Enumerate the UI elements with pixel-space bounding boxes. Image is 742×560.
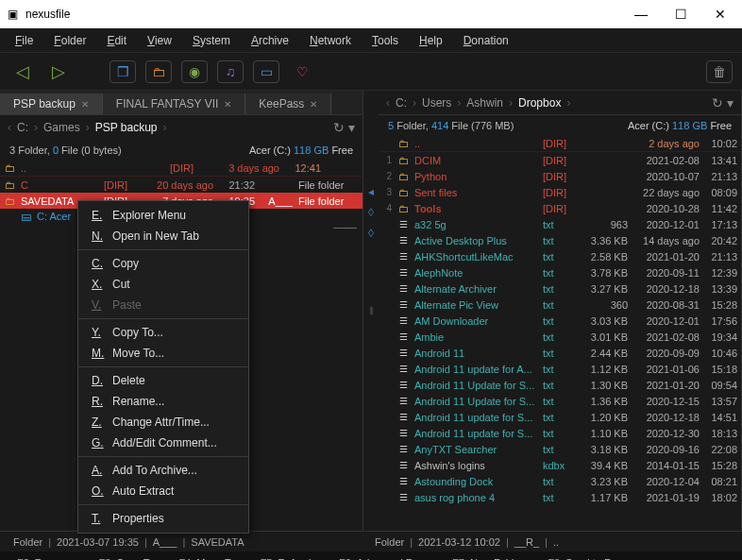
table-row[interactable]: ☰AlephNotetxt3.78 KB2020-09-1112:39: [379, 264, 741, 280]
close-tab-icon[interactable]: ✕: [224, 99, 231, 110]
menu-system[interactable]: System: [185, 32, 238, 49]
bars-icon[interactable]: ⦀: [369, 304, 374, 317]
refresh-icon[interactable]: ↻: [712, 95, 723, 110]
table-row[interactable]: 🗀C[DIR]20 days ago21:32File folder: [0, 177, 363, 193]
folder-icon-btn[interactable]: 🗀: [145, 60, 172, 83]
table-row[interactable]: 🗀..[DIR]2 days ago10:02: [379, 136, 741, 152]
menu-archive[interactable]: Archive: [244, 32, 296, 49]
sync-both-icon[interactable]: ◊: [368, 206, 374, 219]
file-icon: ☰: [396, 412, 411, 422]
folder-icon: 🗀: [2, 179, 17, 191]
folder-icon: 🗀: [2, 195, 17, 207]
ctx-copy-to-[interactable]: Y.Copy To...: [78, 322, 248, 343]
menu-edit[interactable]: Edit: [99, 32, 134, 49]
file-icon: ☰: [396, 444, 411, 454]
menu-donation[interactable]: Donation: [456, 32, 516, 49]
table-row[interactable]: ☰Alternate Pic Viewtxt3602020-08-3115:28: [379, 297, 741, 313]
file-icon: ☰: [396, 492, 411, 502]
table-row[interactable]: 2🗀Python[DIR]2020-10-0721:13: [379, 168, 741, 184]
table-row[interactable]: 1🗀DCIM[DIR]2021-02-0813:41: [379, 152, 741, 168]
tab-psp-backup[interactable]: PSP backup✕: [0, 93, 103, 114]
menu-tools[interactable]: Tools: [364, 32, 406, 49]
close-button[interactable]: ✕: [706, 7, 734, 22]
crumb-segment[interactable]: Dropbox: [514, 96, 565, 110]
back-button[interactable]: ◁: [9, 60, 36, 83]
folder-icon: 🗀: [396, 155, 411, 166]
crumb-segment[interactable]: Users: [418, 96, 455, 110]
desktop-icon[interactable]: ❐: [110, 60, 136, 83]
table-row[interactable]: ☰Android 11 Update for S...txt1.30 KB202…: [379, 377, 741, 393]
heart-icon[interactable]: ♡: [289, 60, 315, 83]
dropdown-icon[interactable]: ▾: [348, 120, 355, 135]
file-count: 414: [431, 120, 448, 131]
left-breadcrumb[interactable]: ‹C:›Games›PSP backup› ↻▾: [0, 115, 363, 140]
middle-column: ◂ ◊ ◊ ⦀: [363, 91, 379, 531]
menu-view[interactable]: View: [140, 32, 179, 49]
ctx-add-to-archive-[interactable]: A.Add To Archive...: [78, 460, 248, 481]
file-icon: ☰: [396, 364, 411, 374]
table-row[interactable]: ☰Android 11 Update for S...txt1.36 KB202…: [379, 393, 741, 409]
camera-icon[interactable]: ◉: [181, 60, 208, 83]
menu-network[interactable]: Network: [302, 32, 359, 49]
table-row[interactable]: 4🗀Tools[DIR]2020-10-2811:42: [379, 200, 741, 216]
trash-icon[interactable]: 🗑: [706, 60, 733, 83]
crumb-segment[interactable]: Games: [40, 121, 84, 134]
crumb-segment[interactable]: PSP backup: [92, 121, 161, 134]
ctx-open-in-new-tab[interactable]: N.Open in New Tab: [78, 226, 248, 246]
file-icon: ☰: [396, 251, 411, 262]
drive-icon: 🖴: [21, 211, 31, 222]
ctx-properties[interactable]: T.Properties: [78, 508, 248, 529]
menu-file[interactable]: File: [8, 32, 41, 49]
file-icon: ☰: [396, 315, 411, 326]
tab-keepass[interactable]: KeePass✕: [245, 93, 331, 114]
sync-right-icon[interactable]: ◊: [368, 227, 374, 240]
close-tab-icon[interactable]: ✕: [81, 99, 89, 110]
table-row[interactable]: ☰Android 11 update for A...txt1.12 KB202…: [379, 361, 741, 377]
table-row[interactable]: ☰Active Desktop Plustxt3.36 KB14 days ag…: [379, 232, 741, 248]
ctx-delete[interactable]: D.Delete: [78, 370, 248, 391]
maximize-button[interactable]: ☐: [666, 7, 695, 22]
table-row[interactable]: ☰Astounding Docktxt3.23 KB2020-12-0408:2…: [379, 473, 741, 489]
close-tab-icon[interactable]: ✕: [310, 99, 317, 110]
file-icon: ☰: [396, 283, 411, 294]
window-icon[interactable]: ▭: [253, 60, 279, 83]
ctx-auto-extract[interactable]: O.Auto Extract: [78, 481, 248, 501]
table-row[interactable]: ☰a32 5gtxt9632020-12-0117:13: [379, 216, 741, 232]
table-row[interactable]: ☰Ashwin's loginskdbx39.4 KB2014-01-1515:…: [379, 457, 741, 473]
file-icon: ☰: [396, 219, 411, 229]
table-row[interactable]: ☰Alternate Archivertxt3.27 KB2020-12-181…: [379, 280, 741, 297]
minimize-button[interactable]: —: [627, 7, 655, 22]
ctx-cut[interactable]: X.Cut: [78, 274, 248, 295]
dropdown-icon[interactable]: ▾: [727, 95, 734, 110]
table-row[interactable]: ☰AHKShortcutLikeMactxt2.58 KB2021-01-202…: [379, 248, 741, 264]
table-row[interactable]: ☰Android 11txt2.44 KB2020-09-0910:46: [379, 345, 741, 361]
refresh-icon[interactable]: ↻: [333, 120, 345, 135]
tab-final-fantasy-vii[interactable]: FINAL FANTASY VII✕: [103, 93, 245, 114]
right-breadcrumb[interactable]: ‹C:›Users›Ashwin›Dropbox› ↻▾: [379, 91, 741, 115]
left-status: Folder| 2021-03-07 19:35| A___| SAVEDATA: [9, 536, 371, 548]
menu-help[interactable]: Help: [412, 32, 450, 49]
table-row[interactable]: ☰Android 11 update for S...txt1.20 KB202…: [379, 409, 741, 425]
crumb-segment[interactable]: C:: [392, 96, 411, 110]
right-file-list[interactable]: 🗀..[DIR]2 days ago10:021🗀DCIM[DIR]2021-0…: [379, 136, 741, 531]
table-row[interactable]: 🗀..[DIR]3 days ago12:41: [0, 161, 363, 177]
ctx-change-attr-time-[interactable]: Z.Change Attr/Time...: [78, 412, 248, 433]
table-row[interactable]: 3🗀Sent files[DIR]22 days ago08:09: [379, 184, 741, 200]
table-row[interactable]: ☰AM Downloadertxt3.03 KB2020-12-0117:56: [379, 313, 741, 329]
music-icon[interactable]: ♫: [217, 60, 244, 83]
crumb-segment[interactable]: Ashwin: [463, 96, 507, 110]
menu-folder[interactable]: Folder: [46, 32, 93, 49]
ctx-add-edit-comment-[interactable]: G.Add/Edit Comment...: [78, 433, 248, 453]
ctx-move-to-[interactable]: M.Move To...: [78, 343, 248, 364]
table-row[interactable]: ☰Android 11 update for S...txt1.10 KB202…: [379, 425, 741, 441]
ctx-rename-[interactable]: R.Rename...: [78, 391, 248, 412]
table-row[interactable]: ☰Ambietxt3.01 KB2021-02-0819:34: [379, 329, 741, 345]
ctx-copy[interactable]: C.Copy: [78, 253, 248, 274]
forward-button[interactable]: ▷: [45, 60, 72, 83]
ctx-explorer-menu[interactable]: E.Explorer Menu: [78, 205, 248, 226]
table-row[interactable]: ☰asus rog phone 4txt1.17 KB2021-01-1918:…: [379, 489, 741, 505]
crumb-segment[interactable]: C:: [13, 121, 32, 134]
sync-left-icon[interactable]: ◂: [368, 185, 374, 198]
table-row[interactable]: ☰AnyTXT Searchertxt3.18 KB2020-09-1622:0…: [379, 441, 741, 457]
drive-label: Acer (C:): [628, 120, 669, 131]
